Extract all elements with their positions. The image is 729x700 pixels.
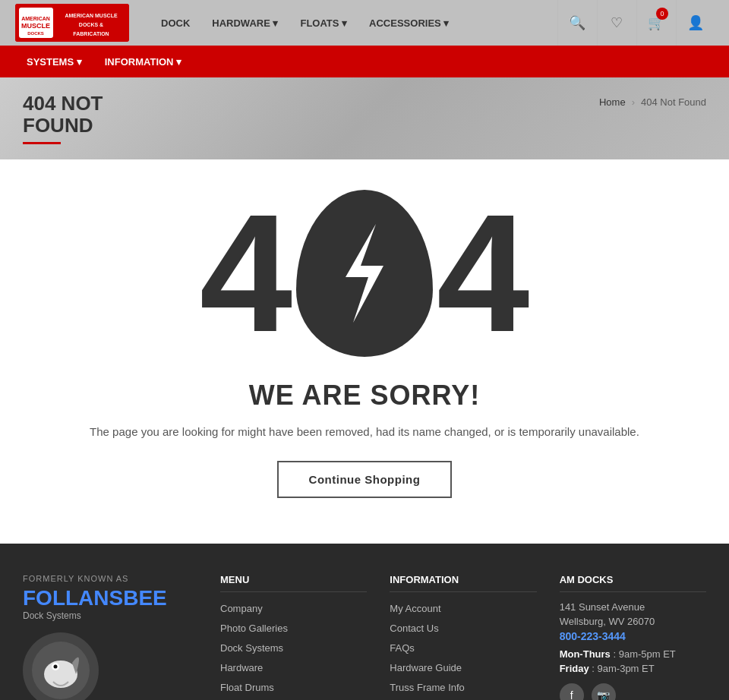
svg-text:AMERICAN MUSCLE: AMERICAN MUSCLE (65, 13, 118, 18)
facebook-icon[interactable]: f (560, 683, 584, 700)
bolt-circle (296, 190, 433, 357)
nav-dock[interactable]: DOCK (152, 11, 199, 35)
account-button[interactable]: 👤 (676, 0, 714, 46)
continue-shopping-button[interactable]: Continue Shopping (277, 461, 453, 498)
breadcrumb-separator: › (632, 96, 635, 108)
list-item: Dock Systems (220, 641, 367, 654)
list-item: FAQs (390, 641, 536, 654)
hours-sep2: : (592, 663, 597, 674)
nav-secondary: SYSTEMS ▾ INFORMATION ▾ (0, 46, 729, 77)
follansbee-logo: FOLLANSBEE (23, 587, 197, 610)
nav-information[interactable]: INFORMATION ▾ (93, 50, 193, 74)
footer-logo-col: FORMERLY KNOWN AS FOLLANSBEE Dock System… (23, 574, 197, 700)
address-line1: 141 Sunset Avenue (560, 601, 706, 613)
main-content: 4 4 WE ARE SORRY! The page you are looki… (0, 159, 729, 544)
header-icons: 🔍 ♡ 🛒 0 👤 (557, 0, 714, 46)
logo-image: AMERICAN MUSCLE DOCKS AMERICAN MUSCLE DO… (15, 4, 129, 42)
info-contact-us[interactable]: Contact Us (390, 623, 438, 634)
info-truss-frame[interactable]: Truss Frame Info (390, 682, 464, 693)
hours-label-mon-thurs: Mon-Thurs (560, 648, 611, 660)
footer-contact-col: AM DOCKS 141 Sunset Avenue Wellsburg, WV… (560, 574, 706, 700)
list-item: Hardware (220, 661, 367, 674)
digit-4-left: 4 (200, 190, 292, 357)
info-hardware-guide[interactable]: Hardware Guide (390, 662, 462, 673)
svg-text:AMERICAN: AMERICAN (21, 16, 50, 21)
sorry-description: The page you are looking for might have … (15, 425, 714, 438)
list-item: Contact Us (390, 621, 536, 635)
breadcrumb-home[interactable]: Home (599, 96, 626, 108)
hours-separator: : (613, 648, 618, 660)
footer-menu-col: MENU Company Photo Galleries Dock System… (220, 574, 367, 700)
header: AMERICAN MUSCLE DOCKS AMERICAN MUSCLE DO… (0, 0, 729, 46)
hours-mon-thurs: Mon-Thurs : 9am-5pm ET (560, 648, 706, 660)
dock-systems-sub: Dock Systems (23, 610, 197, 621)
svg-text:FABRICATION: FABRICATION (73, 31, 109, 36)
hours-label-friday: Friday (560, 663, 589, 674)
main-nav: DOCK HARDWARE ▾ FLOATS ▾ ACCESSORIES ▾ (152, 11, 557, 35)
footer-info-heading: INFORMATION (390, 574, 536, 592)
hours-val-friday: 9am-3pm ET (598, 663, 655, 674)
footer-info-col: INFORMATION My Account Contact Us FAQs H… (390, 574, 536, 700)
title-underline (23, 142, 61, 144)
nav-hardware[interactable]: HARDWARE ▾ (203, 11, 287, 35)
menu-float-drums[interactable]: Float Drums (220, 682, 274, 693)
footer-info-list: My Account Contact Us FAQs Hardware Guid… (390, 601, 536, 700)
list-item: Company (220, 601, 367, 615)
cart-button[interactable]: 🛒 0 (636, 0, 674, 46)
formerly-text: FORMERLY KNOWN AS (23, 574, 197, 583)
search-button[interactable]: 🔍 (557, 0, 595, 46)
search-icon: 🔍 (569, 14, 585, 31)
svg-text:MUSCLE: MUSCLE (21, 22, 50, 30)
breadcrumb-current: 404 Not Found (641, 96, 706, 108)
list-item: Photo Galleries (220, 621, 367, 635)
cart-badge: 0 (656, 8, 668, 20)
sorry-heading: WE ARE SORRY! (15, 380, 714, 411)
svg-point-10 (44, 661, 77, 688)
footer-amdocks-heading: AM DOCKS (560, 574, 706, 592)
page-title-block: 404 NOT FOUND (23, 93, 103, 144)
phone-number[interactable]: 800-223-3444 (560, 630, 706, 642)
page-title-line2: FOUND (23, 115, 103, 137)
footer: FORMERLY KNOWN AS FOLLANSBEE Dock System… (0, 544, 729, 700)
footer-top: FORMERLY KNOWN AS FOLLANSBEE Dock System… (23, 574, 706, 700)
nav-accessories[interactable]: ACCESSORIES ▾ (360, 11, 458, 35)
heart-icon: ♡ (611, 14, 623, 31)
nav-systems[interactable]: SYSTEMS ▾ (15, 50, 93, 74)
info-faqs[interactable]: FAQs (390, 642, 415, 654)
menu-photo-galleries[interactable]: Photo Galleries (220, 623, 288, 634)
menu-company[interactable]: Company (220, 603, 263, 614)
list-item: My Account (390, 601, 536, 615)
footer-menu-list: Company Photo Galleries Dock Systems Har… (220, 601, 367, 700)
account-icon: 👤 (687, 14, 704, 31)
social-icons: f 📷 (560, 683, 706, 700)
instagram-icon[interactable]: 📷 (592, 683, 616, 700)
list-item: Truss Frame Info (390, 680, 536, 694)
menu-dock-systems[interactable]: Dock Systems (220, 642, 283, 654)
breadcrumb-area: 404 NOT FOUND Home › 404 Not Found (0, 77, 729, 159)
breadcrumb: Home › 404 Not Found (599, 96, 706, 108)
hours-block: Mon-Thurs : 9am-5pm ET Friday : 9am-3pm … (560, 648, 706, 674)
digit-4-right: 4 (437, 190, 529, 357)
svg-marker-8 (346, 224, 383, 323)
hours-val-mon-thurs: 9am-5pm ET (619, 648, 676, 660)
page-title-line1: 404 NOT (23, 93, 103, 115)
logo-name-rest: OLLANSBEE (36, 586, 167, 610)
menu-hardware[interactable]: Hardware (220, 662, 263, 673)
nav-floats[interactable]: FLOATS ▾ (291, 11, 356, 35)
mascot-image (23, 632, 99, 700)
footer-menu-heading: MENU (220, 574, 367, 592)
address-line2: Wellsburg, WV 26070 (560, 616, 706, 627)
svg-text:DOCKS: DOCKS (27, 31, 44, 36)
logo[interactable]: AMERICAN MUSCLE DOCKS AMERICAN MUSCLE DO… (15, 4, 129, 42)
wishlist-button[interactable]: ♡ (597, 0, 635, 46)
svg-point-12 (54, 664, 58, 668)
list-item: Hardware Guide (390, 661, 536, 674)
error-display: 4 4 (15, 190, 714, 357)
svg-text:DOCKS &: DOCKS & (79, 22, 103, 27)
logo-letter-f: F (23, 586, 36, 610)
list-item: Float Drums (220, 680, 367, 694)
hours-friday: Friday : 9am-3pm ET (560, 663, 706, 674)
info-my-account[interactable]: My Account (390, 603, 440, 614)
